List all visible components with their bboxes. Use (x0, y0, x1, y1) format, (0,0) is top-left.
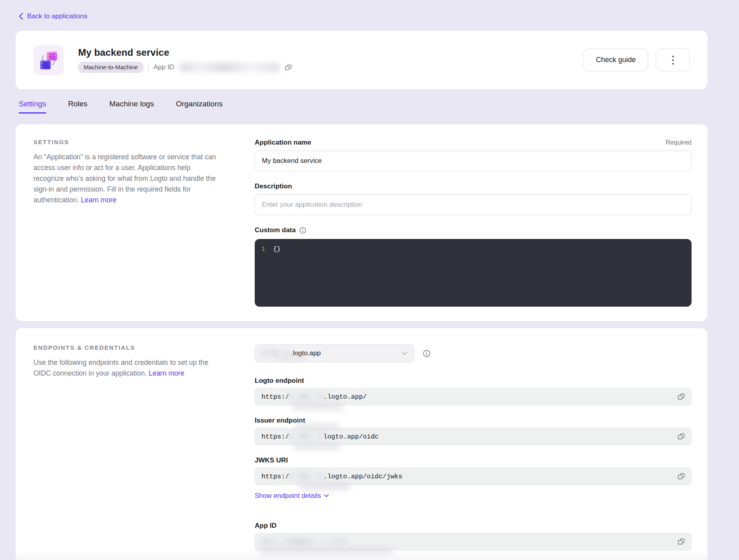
settings-section-description: An "Application" is a registered softwar… (33, 152, 221, 206)
jwks-uri-label: JWKS URI (255, 456, 288, 464)
app-id-field (255, 533, 692, 550)
required-hint: Required (666, 139, 692, 146)
application-details-page: Back to applications (0, 0, 739, 560)
chevron-down-icon (324, 494, 329, 497)
copy-app-id-field-button[interactable] (677, 537, 686, 546)
settings-learn-more-link[interactable]: Learn more (81, 196, 117, 204)
endpoints-section-description: Use the following endpoints and credenti… (33, 357, 221, 379)
info-icon[interactable] (299, 227, 306, 234)
endpoint-value-prefix: https:/ (261, 393, 289, 401)
copy-icon (678, 433, 685, 440)
endpoint-value-suffix: logto.app/oidc (323, 433, 379, 441)
check-guide-button[interactable]: Check guide (584, 49, 648, 71)
app-header-card: My backend service Machine-to-Machine Ap… (16, 31, 708, 89)
custom-data-group: Custom data 1 {} (255, 226, 692, 307)
chevron-left-icon (19, 13, 23, 20)
application-name-group: Application name Required (255, 139, 692, 171)
endpoints-form: .logto.app Logto endpoint https:/ (255, 344, 692, 550)
settings-section-title: SETTINGS (33, 139, 221, 145)
tab-organizations[interactable]: Organizations (176, 100, 222, 114)
endpoint-value-suffix: .logto.app/ (323, 393, 367, 401)
tenant-domain-suffix: .logto.app (291, 349, 321, 357)
more-actions-button[interactable] (656, 49, 690, 71)
copy-jwks-uri-button[interactable] (677, 472, 686, 481)
logto-endpoint-field: https:/ .logto.app/ (255, 388, 692, 405)
jwks-uri-field: https:/ .logto.app/oidc/jwks (255, 468, 692, 485)
copy-icon (678, 538, 685, 545)
issuer-endpoint-field: https:/ logto.app/oidc (255, 428, 692, 445)
tab-settings[interactable]: Settings (19, 100, 46, 114)
redaction-smudge (293, 444, 340, 450)
issuer-endpoint-label: Issuer endpoint (255, 417, 305, 424)
copy-icon (678, 393, 685, 400)
endpoint-value-redacted (289, 433, 323, 440)
endpoints-learn-more-link[interactable]: Learn more (149, 369, 185, 377)
kebab-menu-icon (672, 55, 674, 65)
show-endpoint-details-link[interactable]: Show endpoint details (255, 492, 329, 500)
copy-issuer-endpoint-button[interactable] (677, 432, 686, 441)
settings-description-text: An "Application" is a registered softwar… (33, 153, 216, 204)
application-name-input[interactable] (255, 151, 692, 171)
custom-data-editor[interactable]: 1 {} (255, 239, 692, 307)
tab-bar: Settings Roles Machine logs Organization… (19, 100, 739, 114)
endpoints-section-intro: ENDPOINTS & CREDENTIALS Use the followin… (33, 344, 221, 550)
tenant-domain-row: .logto.app (255, 344, 692, 362)
copy-logto-endpoint-button[interactable] (677, 392, 686, 401)
tenant-domain-select[interactable]: .logto.app (255, 344, 414, 362)
logto-endpoint-label: Logto endpoint (255, 377, 304, 384)
page-title: My backend service (78, 47, 584, 58)
editor-code-content: {} (273, 246, 281, 253)
app-id-value-redacted (180, 63, 279, 72)
copy-app-id-button[interactable] (284, 63, 293, 72)
info-icon[interactable] (423, 350, 430, 357)
app-id-group: App ID (255, 522, 692, 550)
machine-to-machine-app-icon (33, 45, 64, 75)
app-id-field-label: App ID (255, 522, 277, 529)
show-endpoint-details-label: Show endpoint details (255, 492, 321, 500)
app-icon-illustration (39, 50, 59, 70)
description-group: Description (255, 182, 692, 215)
tenant-id-redacted (261, 350, 290, 357)
header-actions: Check guide (584, 49, 690, 71)
issuer-endpoint-group: Issuer endpoint https:/ logto.app/oidc (255, 417, 692, 445)
description-input[interactable] (255, 194, 692, 215)
meta-divider (148, 64, 149, 71)
endpoint-value-redacted (289, 473, 323, 480)
jwks-uri-group: JWKS URI https:/ .logto.app/oidc/jwks (255, 456, 692, 485)
app-header-meta: My backend service Machine-to-Machine Ap… (78, 47, 584, 73)
endpoints-card: ENDPOINTS & CREDENTIALS Use the followin… (16, 328, 708, 560)
app-meta-row: Machine-to-Machine App ID (78, 62, 584, 73)
application-name-label: Application name (255, 139, 311, 147)
settings-card: SETTINGS An "Application" is a registere… (16, 124, 708, 321)
redaction-smudge (261, 548, 392, 556)
back-link-label: Back to applications (27, 12, 87, 20)
tab-roles[interactable]: Roles (68, 100, 88, 114)
tab-machine-logs[interactable]: Machine logs (109, 100, 154, 114)
app-id-value-redacted (261, 538, 346, 545)
endpoints-section-title: ENDPOINTS & CREDENTIALS (33, 344, 221, 351)
chevron-down-icon (402, 352, 407, 355)
copy-icon (678, 473, 685, 480)
app-id-label: App ID (153, 63, 174, 71)
endpoint-value-prefix: https:/ (261, 433, 289, 441)
redaction-smudge (292, 403, 344, 410)
endpoint-value-prefix: https:/ (261, 473, 289, 480)
back-link[interactable]: Back to applications (19, 12, 87, 20)
copy-icon (285, 64, 292, 71)
logto-endpoint-group: Logto endpoint https:/ .logto.app/ (255, 377, 692, 405)
editor-line-number: 1 (255, 246, 273, 253)
description-label: Description (255, 182, 292, 190)
endpoint-value-redacted (289, 393, 323, 400)
app-type-badge: Machine-to-Machine (78, 62, 143, 73)
redaction-smudge (299, 483, 350, 490)
custom-data-label: Custom data (255, 226, 296, 234)
settings-form: Application name Required Description Cu… (255, 139, 692, 307)
settings-section-intro: SETTINGS An "Application" is a registere… (33, 139, 221, 307)
endpoint-value-suffix: .logto.app/oidc/jwks (323, 473, 402, 480)
